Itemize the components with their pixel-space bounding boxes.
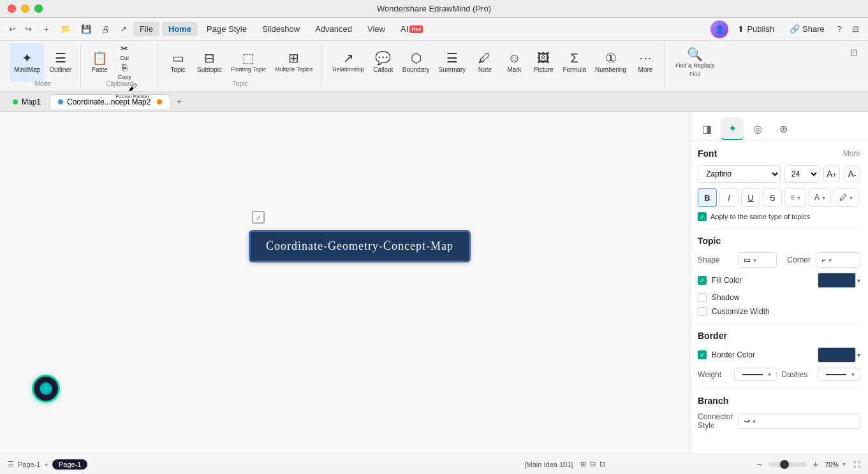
customize-width-checkbox[interactable] (698, 307, 707, 316)
redo-button[interactable]: ↪ (21, 22, 36, 36)
sidebar-toggle-button[interactable]: ☰ (8, 460, 14, 468)
border-color-swatch[interactable] (818, 347, 856, 363)
menu-advanced[interactable]: Advanced (309, 22, 358, 36)
publish-button[interactable]: ⬆Publish (731, 22, 781, 36)
picture-button[interactable]: 🖼 Picture (529, 43, 557, 82)
boundary-button[interactable]: ⬡ Boundary (399, 43, 434, 82)
weight-select[interactable]: ▾ (734, 368, 777, 381)
note-button[interactable]: 🖊 Note (471, 43, 499, 82)
canvas-area[interactable]: ⤢ Coordinate-Geometry-Concept-Map (0, 112, 689, 454)
fill-color-dropdown-arrow[interactable]: ▾ (857, 277, 860, 284)
zoom-out-button[interactable]: − (754, 459, 765, 470)
formula-button[interactable]: Σ Formula (559, 43, 590, 82)
save-button[interactable]: 💾 (77, 22, 95, 36)
panel-tab-format[interactable]: ◨ (695, 117, 718, 140)
font-size-select[interactable]: 24 (784, 165, 820, 183)
menu-page-style[interactable]: Page Style (200, 22, 253, 36)
outliner-button[interactable]: ☰ Outliner (45, 43, 75, 82)
view-table-icon[interactable]: ⊟ (590, 460, 596, 468)
italic-button[interactable]: I (719, 188, 739, 207)
highlight-dropdown-arrow: ▾ (850, 194, 853, 201)
paste-button[interactable]: 📋 Paste (87, 43, 112, 82)
topic-button[interactable]: ▭ Topic (164, 43, 192, 82)
underline-button[interactable]: U (741, 188, 760, 207)
corner-select[interactable]: ⌐ ▾ (816, 252, 860, 268)
shadow-checkbox[interactable] (698, 293, 707, 302)
zoom-dropdown-arrow[interactable]: ▾ (842, 461, 846, 468)
add-tab-button[interactable]: + (172, 95, 186, 109)
find-group: 🔍 Find & Replace Find (666, 43, 724, 89)
node-box[interactable]: Coordinate-Geometry-Concept-Map (249, 230, 471, 262)
ai-assistant-button[interactable] (32, 375, 60, 403)
undo-button[interactable]: ↩ (5, 22, 20, 36)
relationship-icon: ↗ (343, 52, 354, 64)
maximize-button[interactable] (34, 4, 43, 13)
font-size-increase-button[interactable]: A+ (823, 166, 840, 182)
mark-button[interactable]: ☺ Mark (500, 43, 528, 82)
panel-tab-settings[interactable]: ⊛ (772, 117, 795, 140)
minimize-button[interactable] (21, 4, 29, 13)
mindmap-button[interactable]: ✦ MindMap (10, 43, 44, 82)
bold-button[interactable]: B (698, 188, 717, 207)
multiple-topics-button[interactable]: ⊞ Multiple Topics (271, 43, 316, 82)
new-button[interactable]: ＋ (38, 21, 54, 38)
font-more[interactable]: More (843, 149, 860, 158)
find-replace-label: Find & Replace (675, 62, 715, 69)
user-avatar[interactable]: 👤 (710, 20, 728, 38)
share-button[interactable]: 🔗Share (783, 22, 831, 36)
relationship-button[interactable]: ↗ Relationship (328, 43, 368, 82)
copy-button[interactable]: ⎘ Copy (113, 62, 136, 80)
dashes-select[interactable]: ▾ (818, 368, 860, 381)
highlight-color-button[interactable]: 🖊 ▾ (834, 188, 858, 207)
zoom-in-button[interactable]: + (811, 459, 821, 470)
font-family-select[interactable]: Zapfino (698, 165, 781, 183)
floating-topic-button[interactable]: ⬚ Floating Topic (227, 43, 270, 82)
view-grid-icon[interactable]: ⊞ (580, 460, 586, 468)
strikethrough-button[interactable]: S (763, 188, 782, 207)
page-tab-1[interactable]: Page-1 (52, 459, 87, 470)
apply-same-checkbox[interactable]: ✓ (698, 212, 707, 221)
fullscreen-button[interactable]: ⛶ (853, 461, 860, 468)
fill-color-checkbox[interactable]: ✓ (698, 276, 707, 285)
menu-ai[interactable]: AI Hot (394, 22, 429, 36)
open-button[interactable]: 📁 (57, 22, 75, 36)
font-color-button[interactable]: A ▾ (809, 188, 831, 207)
format-row: B I U S ≡ ▾ A ▾ 🖊 ▾ (698, 188, 860, 207)
subtopic-button[interactable]: ⊟ Subtopic (193, 43, 226, 82)
border-color-dropdown-arrow[interactable]: ▾ (857, 352, 860, 359)
panel-tab-ai[interactable]: ✦ (721, 117, 744, 140)
callout-button[interactable]: 💬 Callout (369, 43, 397, 82)
connector-style-select[interactable]: ⤻ ▾ (738, 413, 860, 429)
tab-map2[interactable]: Coordinate...ncept Map2 (50, 94, 170, 109)
print-button[interactable]: 🖨 (98, 22, 114, 36)
menu-home[interactable]: Home (162, 22, 198, 36)
menu-view[interactable]: View (361, 22, 392, 36)
menu-file[interactable]: File (133, 22, 159, 36)
fill-color-swatch[interactable] (818, 273, 856, 288)
view-expand-icon[interactable]: ⊡ (600, 460, 605, 468)
cut-button[interactable]: ✂ Cut (113, 43, 136, 61)
panel-collapse-button[interactable]: ⊡ (845, 43, 863, 61)
numbering-button[interactable]: ① Numbering (591, 43, 630, 82)
zoom-slider-thumb[interactable] (780, 460, 789, 469)
close-button[interactable] (8, 4, 16, 13)
mindmap-node[interactable]: ⤢ Coordinate-Geometry-Concept-Map (249, 230, 471, 262)
summary-button[interactable]: ☰ Summary (435, 43, 470, 82)
collapse-panel-button[interactable]: ⊟ (848, 22, 863, 36)
tab-map1[interactable]: Map1 (5, 95, 48, 109)
boundary-label: Boundary (402, 66, 430, 74)
add-page-button[interactable]: + (44, 461, 48, 468)
panel-tab-map[interactable]: ◎ (746, 117, 769, 140)
border-color-checkbox[interactable]: ✓ (698, 350, 707, 359)
align-button[interactable]: ≡ ▾ (784, 188, 806, 207)
find-replace-button[interactable]: 🔍 Find & Replace Find (672, 43, 719, 82)
help-button[interactable]: ? (834, 22, 846, 36)
menu-slideshow[interactable]: Slideshow (256, 22, 306, 36)
node-handle[interactable]: ⤢ (252, 211, 265, 224)
font-size-decrease-button[interactable]: A- (844, 166, 860, 182)
export-button[interactable]: ↗ (116, 22, 131, 36)
fill-color-label: Fill Color (712, 276, 813, 285)
branch-section-header: Branch (698, 396, 860, 406)
shape-select[interactable]: ▭ ▾ (738, 252, 777, 268)
more-button[interactable]: ⋯ More (631, 43, 659, 82)
